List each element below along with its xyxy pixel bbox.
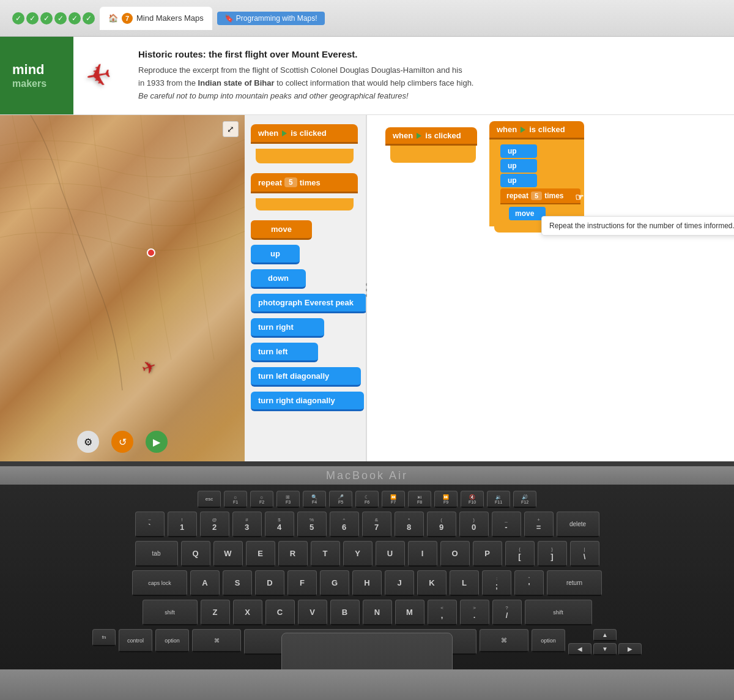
key-capslock[interactable]: caps lock [132,570,187,596]
key-f[interactable]: F [287,570,317,596]
key-k[interactable]: K [417,570,447,596]
key-ctrl[interactable]: control [119,629,152,652]
key-right[interactable]: ▶ [618,643,642,655]
key-s[interactable]: S [223,570,252,596]
turn-left-block[interactable]: turn left [251,343,318,362]
key-q[interactable]: Q [181,541,210,567]
key-up[interactable]: ▲ [593,629,617,641]
key-lshift[interactable]: shift [143,600,198,625]
key-f6[interactable]: ☾F6 [355,491,379,508]
key-f5[interactable]: 🎤F5 [329,491,352,508]
play-button[interactable]: ▶ [146,431,168,453]
when-clicked-block[interactable]: when is clicked [251,124,358,144]
ws-repeat-block[interactable]: repeat 5 times ☞ [500,188,580,204]
key-equals[interactable]: += [524,512,554,537]
key-f10[interactable]: 🔇F10 [461,491,484,508]
workspace[interactable]: when is clicked when [367,115,734,465]
key-1[interactable]: !1 [168,512,197,537]
key-g[interactable]: G [320,570,349,596]
key-0[interactable]: )0 [459,512,489,537]
key-a[interactable]: A [190,570,220,596]
bookmark-tab[interactable]: 🔖 Programming with Maps! [217,12,325,25]
key-h[interactable]: H [352,570,382,596]
key-comma[interactable]: <, [428,600,457,625]
key-3[interactable]: #3 [232,512,262,537]
up-block[interactable]: up [251,245,300,264]
key-w[interactable]: W [213,541,243,567]
key-cmd-left[interactable]: ⌘ [192,629,241,652]
key-esc[interactable]: esc [198,491,221,508]
key-option[interactable]: option [155,629,189,652]
key-8[interactable]: *8 [395,512,424,537]
key-f1[interactable]: ☼F1 [224,491,247,508]
settings-button[interactable]: ⚙ [77,431,99,453]
ws-move-block[interactable]: move [509,207,546,220]
ws-up-3[interactable]: up [500,174,537,187]
ws-up-2[interactable]: up [500,159,537,173]
key-6[interactable]: ^6 [330,512,359,537]
key-tab[interactable]: tab [135,541,178,567]
turn-right-diag-block[interactable]: turn right diagonally [251,392,364,411]
key-7[interactable]: &7 [362,512,391,537]
key-f7[interactable]: ⏪F7 [382,491,405,508]
ws-up-1[interactable]: up [500,144,537,158]
key-y[interactable]: Y [343,541,373,567]
key-delete[interactable]: delete [557,512,599,537]
key-r[interactable]: R [278,541,308,567]
key-f3[interactable]: ⊞F3 [276,491,300,508]
key-return[interactable]: return [547,570,602,596]
key-slash[interactable]: ?/ [492,600,522,625]
key-o[interactable]: O [440,541,470,567]
key-f4[interactable]: 🔍F4 [303,491,326,508]
key-e[interactable]: E [246,541,275,567]
key-b[interactable]: B [330,600,360,625]
key-c[interactable]: C [265,600,295,625]
key-f11[interactable]: 🔉F11 [487,491,510,508]
move-block[interactable]: move [251,220,312,240]
key-rbracket[interactable]: }] [538,541,567,567]
key-2[interactable]: @2 [200,512,229,537]
key-f12[interactable]: 🔊F12 [513,491,536,508]
key-5[interactable]: %5 [297,512,327,537]
key-period[interactable]: >. [460,600,489,625]
key-u[interactable]: U [376,541,405,567]
key-j[interactable]: J [385,570,414,596]
key-x[interactable]: X [233,600,262,625]
key-minus[interactable]: _- [492,512,521,537]
map-expand-button[interactable]: ⤢ [223,121,239,137]
key-f8[interactable]: ⏯F8 [408,491,431,508]
key-f9[interactable]: ⏩F9 [434,491,458,508]
key-backslash[interactable]: |\ [570,541,599,567]
key-n[interactable]: N [363,600,392,625]
photograph-block[interactable]: photograph Everest peak [251,294,367,313]
key-option-right[interactable]: option [532,629,565,652]
key-f2[interactable]: ☼F2 [250,491,273,508]
key-z[interactable]: Z [201,600,230,625]
key-p[interactable]: P [473,541,502,567]
key-m[interactable]: M [395,600,424,625]
key-rshift[interactable]: shift [525,600,592,625]
key-t[interactable]: T [311,541,340,567]
key-lbracket[interactable]: {[ [505,541,535,567]
reset-button[interactable]: ↺ [111,431,133,453]
browser-tab[interactable]: 🏠 7 Mind Makers Maps [100,7,212,30]
key-l[interactable]: L [450,570,479,596]
down-block[interactable]: down [251,269,306,289]
key-d[interactable]: D [255,570,284,596]
key-cmd-right[interactable]: ⌘ [480,629,528,652]
ws-when-block-1[interactable]: when is clicked [385,127,477,146]
key-4[interactable]: $4 [265,512,294,537]
key-quote[interactable]: "' [514,570,544,596]
key-9[interactable]: (9 [427,512,456,537]
key-i[interactable]: I [408,541,437,567]
key-backtick[interactable]: ~` [135,512,165,537]
key-down[interactable]: ▼ [593,643,617,655]
key-fn[interactable]: fn [92,629,116,646]
repeat-block[interactable]: repeat 5 times [251,173,358,193]
key-v[interactable]: V [298,600,327,625]
key-semicolon[interactable]: :; [482,570,511,596]
ws-when-block-2[interactable]: when is clicked [489,121,584,140]
turn-right-block[interactable]: turn right [251,318,324,338]
turn-left-diag-block[interactable]: turn left diagonally [251,367,361,387]
key-left[interactable]: ◀ [568,643,591,655]
